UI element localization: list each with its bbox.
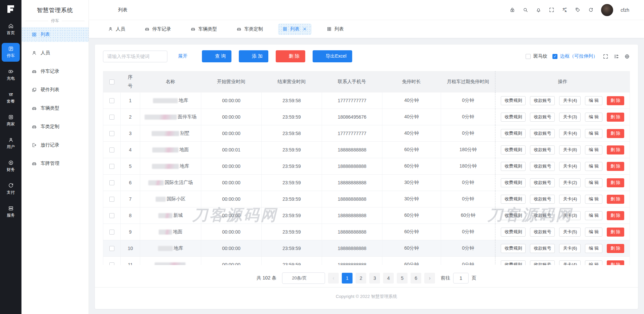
- page-number-button[interactable]: 1: [342, 273, 353, 284]
- tab-列表[interactable]: 列表: [322, 23, 348, 35]
- goto-page-input[interactable]: [453, 273, 469, 284]
- expand-toggle[interactable]: 展开: [178, 53, 193, 59]
- payment-account-button[interactable]: 收款账号: [530, 162, 555, 171]
- gate-button[interactable]: 关卡(3): [559, 211, 581, 220]
- rail-item-用户[interactable]: 用户: [2, 134, 20, 153]
- payment-account-button[interactable]: 收款账号: [530, 129, 555, 138]
- app-logo-icon[interactable]: [5, 3, 16, 15]
- fee-rules-button[interactable]: 收费规则: [501, 129, 526, 138]
- tab-列表[interactable]: 列表: [278, 23, 312, 35]
- fee-rules-button[interactable]: 收费规则: [501, 96, 526, 105]
- fee-rules-button[interactable]: 收费规则: [501, 162, 526, 171]
- border-checkbox[interactable]: [552, 54, 557, 59]
- page-number-button[interactable]: 3: [369, 273, 380, 284]
- payment-account-button[interactable]: 收款账号: [530, 260, 555, 265]
- fee-rules-button[interactable]: 收费规则: [501, 145, 526, 154]
- row-checkbox[interactable]: [109, 131, 114, 136]
- fee-rules-button[interactable]: 收费规则: [501, 211, 526, 220]
- gear-icon[interactable]: [624, 54, 630, 59]
- avatar[interactable]: [601, 4, 613, 16]
- delete-row-button[interactable]: 删 除: [607, 178, 624, 187]
- row-checkbox[interactable]: [109, 164, 114, 169]
- rail-item-充电[interactable]: 充电: [2, 66, 20, 84]
- gate-button[interactable]: 关卡(3): [559, 113, 581, 122]
- payment-account-button[interactable]: 收款账号: [530, 145, 555, 154]
- rail-item-停车[interactable]: 停车: [2, 43, 20, 62]
- delete-row-button[interactable]: 删 除: [607, 211, 624, 220]
- refresh-icon[interactable]: [588, 7, 594, 13]
- delete-row-button[interactable]: 删 除: [607, 145, 624, 154]
- sidebar-item-车辆类型[interactable]: 车辆类型: [21, 101, 89, 116]
- column-settings-icon[interactable]: [613, 54, 619, 59]
- fullscreen-icon[interactable]: [603, 54, 608, 59]
- row-checkbox[interactable]: [109, 98, 114, 103]
- gate-button[interactable]: 关卡(5): [559, 228, 581, 237]
- rail-item-财务[interactable]: 财务: [2, 157, 20, 176]
- delete-row-button[interactable]: 删 除: [607, 260, 624, 265]
- lock-icon[interactable]: [509, 7, 515, 13]
- gate-button[interactable]: 关卡(8): [559, 145, 581, 154]
- border-toggle[interactable]: 边框（可拉伸列）: [552, 53, 598, 59]
- fee-rules-button[interactable]: 收费规则: [501, 260, 526, 265]
- sidebar-item-放行记录[interactable]: 放行记录: [21, 138, 89, 152]
- sidebar-item-车类定制[interactable]: 车类定制: [21, 119, 89, 134]
- row-checkbox[interactable]: [109, 197, 114, 202]
- tab-options-icon[interactable]: [624, 26, 630, 32]
- delete-row-button[interactable]: 删 除: [607, 195, 624, 204]
- row-checkbox[interactable]: [109, 180, 114, 185]
- page-number-button[interactable]: 6: [411, 273, 421, 284]
- gate-button[interactable]: 关卡(4): [559, 129, 581, 138]
- add-button[interactable]: 添 加: [239, 50, 268, 62]
- user-menu[interactable]: cfzh: [621, 7, 635, 13]
- delete-row-button[interactable]: 删 除: [607, 162, 624, 171]
- bell-icon[interactable]: [536, 7, 541, 13]
- sidebar-item-停车记录[interactable]: 停车记录: [21, 64, 89, 79]
- rail-item-服务[interactable]: 服务: [2, 202, 20, 221]
- tab-人员[interactable]: 人员: [104, 23, 129, 35]
- export-excel-button[interactable]: 导出Excel: [313, 50, 352, 62]
- payment-account-button[interactable]: 收款账号: [530, 96, 555, 105]
- edit-button[interactable]: 编 辑: [585, 129, 602, 138]
- page-number-button[interactable]: 4: [383, 273, 394, 284]
- page-number-button[interactable]: 2: [356, 273, 366, 284]
- edit-button[interactable]: 编 辑: [585, 96, 602, 105]
- sidebar-item-车牌管理[interactable]: 车牌管理: [21, 156, 89, 171]
- edit-button[interactable]: 编 辑: [585, 211, 602, 220]
- rail-item-首页[interactable]: 首页: [2, 20, 20, 39]
- delete-row-button[interactable]: 删 除: [607, 113, 624, 122]
- tab-close-icon[interactable]: [302, 26, 307, 32]
- fee-rules-button[interactable]: 收费规则: [501, 178, 526, 187]
- edit-button[interactable]: 编 辑: [585, 228, 602, 237]
- edit-button[interactable]: 编 辑: [585, 244, 602, 253]
- fee-rules-button[interactable]: 收费规则: [501, 228, 526, 237]
- tag-icon[interactable]: [575, 7, 581, 13]
- rail-item-支付[interactable]: 支付: [2, 180, 20, 198]
- gate-button[interactable]: 关卡(4): [559, 195, 581, 204]
- row-checkbox[interactable]: [109, 115, 114, 120]
- payment-account-button[interactable]: 收款账号: [530, 228, 555, 237]
- edit-button[interactable]: 编 辑: [585, 113, 602, 122]
- tab-车类定制[interactable]: 车类定制: [232, 23, 267, 35]
- search-input[interactable]: [103, 51, 167, 62]
- sidebar-item-列表[interactable]: 列表: [21, 27, 89, 42]
- query-button[interactable]: 查 询: [202, 50, 231, 62]
- edit-button[interactable]: 编 辑: [585, 178, 602, 187]
- gate-button[interactable]: 关卡(4): [559, 260, 581, 265]
- fee-rules-button[interactable]: 收费规则: [501, 195, 526, 204]
- gate-button[interactable]: 关卡(6): [559, 244, 581, 253]
- rail-item-套餐[interactable]: VIP 套餐: [2, 88, 20, 107]
- delete-row-button[interactable]: 删 除: [607, 228, 624, 237]
- delete-row-button[interactable]: 删 除: [607, 129, 624, 138]
- prev-page-button[interactable]: ‹: [328, 273, 339, 284]
- fee-rules-button[interactable]: 收费规则: [501, 244, 526, 253]
- row-checkbox[interactable]: [109, 147, 114, 152]
- zebra-checkbox[interactable]: [526, 54, 531, 59]
- gate-button[interactable]: 关卡(4): [559, 162, 581, 171]
- payment-account-button[interactable]: 收款账号: [530, 113, 555, 122]
- next-page-button[interactable]: ›: [424, 273, 435, 284]
- delete-row-button[interactable]: 删 除: [607, 96, 624, 105]
- delete-button[interactable]: 删 除: [276, 50, 305, 62]
- edit-button[interactable]: 编 辑: [585, 162, 602, 171]
- rail-item-商家[interactable]: 商家: [2, 111, 20, 130]
- tab-停车记录[interactable]: 停车记录: [140, 23, 175, 35]
